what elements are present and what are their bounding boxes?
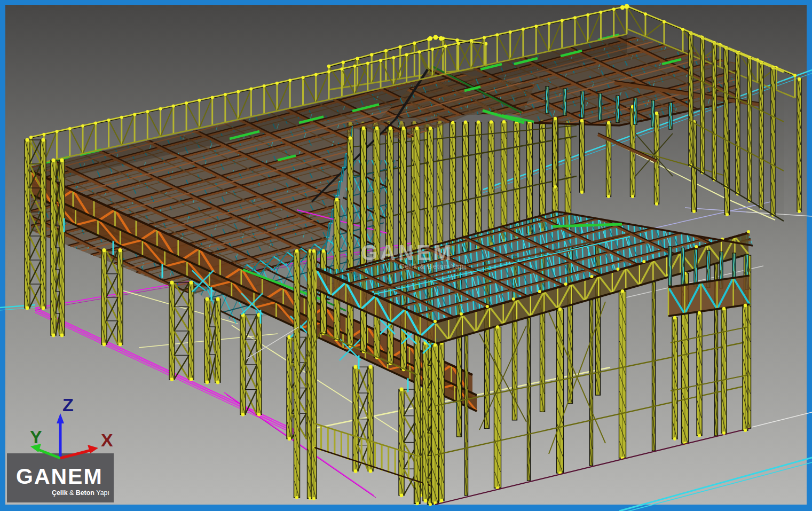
svg-text:X: X bbox=[101, 430, 113, 450]
svg-text:Çelik & Beton Yapı: Çelik & Beton Yapı bbox=[52, 489, 109, 497]
svg-text:Çelik & Beton Yapı: Çelik & Beton Yapı bbox=[399, 262, 467, 270]
svg-text:Z: Z bbox=[62, 395, 74, 415]
svg-text:GANEM: GANEM bbox=[16, 464, 103, 489]
svg-text:GANEM: GANEM bbox=[361, 241, 454, 264]
svg-text:Y: Y bbox=[30, 427, 42, 447]
